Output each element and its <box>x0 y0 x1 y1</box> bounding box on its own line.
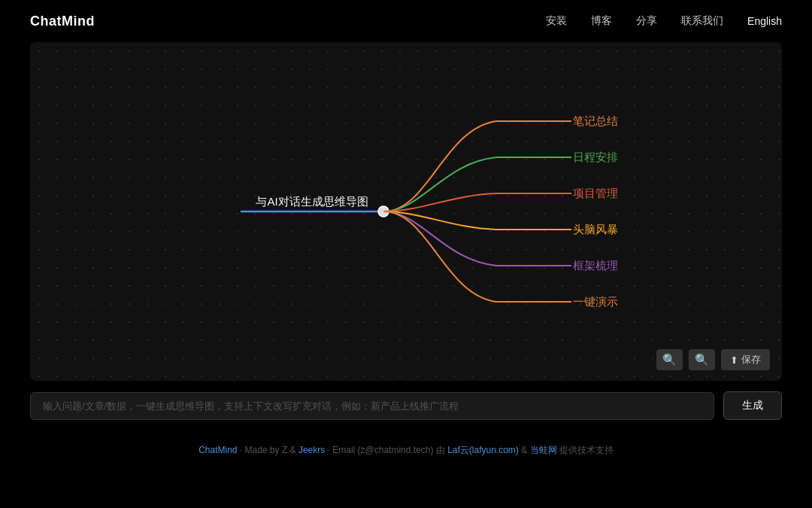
prompt-input[interactable] <box>30 392 714 420</box>
footer-text: ChatMind · Made by Z & Jeekrs · Email (z… <box>198 445 614 455</box>
nav: 安装 博客 分享 联系我们 English <box>546 14 782 28</box>
footer-seolink[interactable]: 当蛙网 <box>530 445 557 455</box>
svg-text:笔记总结: 笔记总结 <box>573 114 618 127</box>
save-icon: ⬆ <box>730 354 738 366</box>
zoom-in-button[interactable]: 🔍 <box>656 349 683 370</box>
mindmap-svg: 与AI对话生成思维导图 笔记总结 日程安排 项目管理 头脑风暴 框架梳理 一键演… <box>180 84 632 339</box>
footer-chatmind-link[interactable]: ChatMind <box>198 445 237 455</box>
mindmap-container: 与AI对话生成思维导图 笔记总结 日程安排 项目管理 头脑风暴 框架梳理 一键演… <box>180 84 632 339</box>
nav-contact[interactable]: 联系我们 <box>681 14 723 28</box>
canvas-area: 与AI对话生成思维导图 笔记总结 日程安排 项目管理 头脑风暴 框架梳理 一键演… <box>30 42 782 381</box>
footer-jeekrs-link[interactable]: Jeekrs <box>298 445 325 455</box>
svg-text:日程安排: 日程安排 <box>573 151 618 163</box>
save-button[interactable]: ⬆ 保存 <box>721 349 770 370</box>
header: ChatMind 安装 博客 分享 联系我们 English <box>0 0 812 42</box>
nav-share[interactable]: 分享 <box>636 14 657 28</box>
nav-blog[interactable]: 博客 <box>591 14 612 28</box>
footer-lafyun-link[interactable]: Laf云(lafyun.com) <box>447 445 519 455</box>
svg-text:一键演示: 一键演示 <box>573 295 618 308</box>
zoom-in-icon: 🔍 <box>662 353 677 367</box>
svg-text:与AI对话生成思维导图: 与AI对话生成思维导图 <box>256 195 368 208</box>
svg-text:头脑风暴: 头脑风暴 <box>573 223 618 236</box>
generate-button[interactable]: 生成 <box>723 391 782 420</box>
nav-english[interactable]: English <box>747 15 782 27</box>
logo: ChatMind <box>30 14 95 29</box>
zoom-out-button[interactable]: 🔍 <box>689 349 715 370</box>
svg-text:项目管理: 项目管理 <box>573 187 618 199</box>
zoom-out-icon: 🔍 <box>695 353 709 367</box>
input-area: 生成 <box>30 391 782 420</box>
svg-text:框架梳理: 框架梳理 <box>573 259 618 272</box>
nav-install[interactable]: 安装 <box>546 14 567 28</box>
footer: ChatMind · Made by Z & Jeekrs · Email (z… <box>0 430 812 466</box>
canvas-toolbar: 🔍 🔍 ⬆ 保存 <box>656 349 770 370</box>
